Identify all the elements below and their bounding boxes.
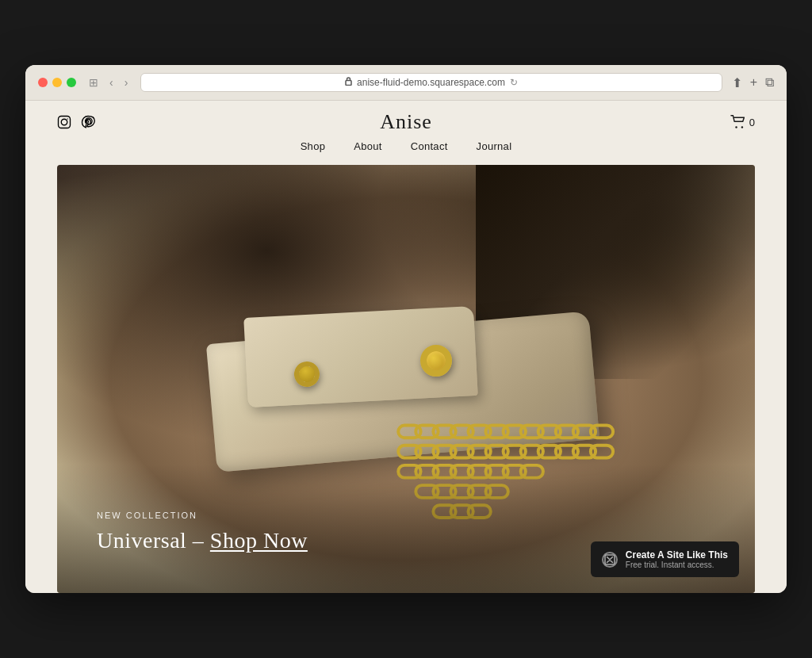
traffic-lights [38,78,76,87]
page-content: Anise 0 Shop About Contact Journal [25,101,787,593]
nav-journal[interactable]: Journal [477,140,512,152]
minimize-button[interactable] [52,78,62,87]
badge-primary-text: Create A Site Like This [626,549,728,560]
badge-secondary-text: Free trial. Instant access. [626,560,728,569]
maximize-button[interactable] [67,78,76,87]
svg-rect-0 [346,81,351,86]
address-bar[interactable]: anise-fluid-demo.squarespace.com ↻ [140,73,722,92]
nav-bar: Shop About Contact Journal [57,136,755,165]
browser-controls: ⊞ ‹ › [86,75,131,90]
sidebar-toggle[interactable]: ⊞ [86,75,102,90]
cart-icon[interactable]: 0 [730,115,755,129]
share-icon[interactable]: ⬆ [732,75,742,90]
browser-window: ⊞ ‹ › anise-fluid-demo.squarespace.com ↻… [25,65,787,593]
site-title[interactable]: Anise [380,110,432,134]
hero-headline: Universal – Shop Now [97,528,308,553]
ring-decoration-1 [420,345,452,377]
svg-point-2 [61,119,67,125]
nav-contact[interactable]: Contact [411,140,448,152]
pinterest-icon[interactable] [81,115,95,129]
browser-chrome: ⊞ ‹ › anise-fluid-demo.squarespace.com ↻… [25,65,787,101]
instagram-icon[interactable] [57,115,71,129]
svg-rect-29 [591,446,613,458]
refresh-icon[interactable]: ↻ [510,77,518,88]
back-button[interactable]: ‹ [106,75,117,90]
nav-about[interactable]: About [354,140,381,152]
add-tab-icon[interactable]: + [750,75,757,90]
hero-image: NEW COLLECTION Universal – Shop Now C [57,165,755,593]
nav-shop[interactable]: Shop [301,140,326,152]
svg-point-3 [67,118,68,120]
hero-label: NEW COLLECTION [97,511,308,520]
cart-count: 0 [749,117,755,128]
squarespace-logo-icon [602,552,618,568]
social-icons [57,115,95,129]
badge-text: Create A Site Like This Free trial. Inst… [626,549,728,569]
site-header: Anise 0 Shop About Contact Journal [25,101,787,165]
hero-headline-prefix: Universal – [97,528,210,553]
svg-rect-17 [591,426,613,438]
lock-icon [345,77,352,88]
hero-text: NEW COLLECTION Universal – Shop Now [97,511,308,553]
forward-button[interactable]: › [121,75,132,90]
header-top: Anise 0 [57,101,755,136]
close-button[interactable] [38,78,48,87]
browser-actions: ⬆ + ⧉ [732,75,774,90]
hero-shop-now-link[interactable]: Shop Now [210,528,308,553]
svg-rect-1 [59,117,71,128]
squarespace-badge[interactable]: Create A Site Like This Free trial. Inst… [591,541,739,577]
hero-section: NEW COLLECTION Universal – Shop Now C [57,165,755,593]
url-text: anise-fluid-demo.squarespace.com [357,77,505,88]
tabs-icon[interactable]: ⧉ [765,75,774,90]
svg-point-4 [735,126,737,128]
svg-point-5 [741,126,742,128]
